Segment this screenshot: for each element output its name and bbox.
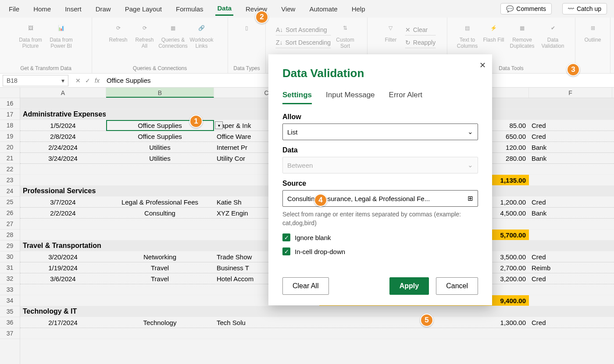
cancel-formula-icon[interactable]: ✕ <box>75 77 81 84</box>
remove-duplicates-button[interactable]: ▦Remove Duplicates <box>508 20 536 49</box>
cell[interactable]: 1,300.00 <box>424 317 529 328</box>
tab-home[interactable]: Home <box>32 3 53 15</box>
workbook-links-button[interactable]: 🔗Workbook Links <box>190 20 214 49</box>
cell[interactable]: Utilities <box>106 153 214 163</box>
data-from-powerbi-button[interactable]: 📊Data from Power BI <box>47 20 75 49</box>
cell[interactable]: 2/2/2024 <box>20 208 106 218</box>
row-header[interactable]: 27 <box>0 219 20 230</box>
section-header[interactable]: Travel & Transportation <box>20 240 106 251</box>
section-header[interactable]: Administrative Expenses <box>20 109 106 120</box>
cell[interactable]: Legal & Professional Fees <box>106 197 214 207</box>
row-header[interactable]: 16 <box>0 98 20 109</box>
tab-insert[interactable]: Insert <box>63 3 83 15</box>
flash-fill-button[interactable]: ⚡Flash Fill <box>482 20 506 43</box>
clear-filter-button[interactable]: ✕Clear <box>405 25 436 35</box>
row-header[interactable]: 34 <box>0 295 20 306</box>
cell[interactable]: Cred <box>529 131 612 141</box>
clear-all-button[interactable]: Clear All <box>282 277 329 295</box>
fx-icon[interactable]: fx <box>95 77 100 84</box>
cell[interactable]: Networking <box>106 251 214 262</box>
cell[interactable]: Reimb <box>529 262 612 273</box>
section-header[interactable]: Professional Services <box>20 186 106 196</box>
tab-view[interactable]: View <box>279 3 297 15</box>
cell[interactable]: Utilities <box>106 142 214 152</box>
apply-button[interactable]: Apply <box>389 277 429 295</box>
row-header[interactable]: 30 <box>0 251 20 262</box>
allow-select[interactable]: List⌄ <box>282 124 478 140</box>
col-header-f[interactable]: F <box>529 88 612 98</box>
filter-button[interactable]: ▽Filter <box>379 20 403 43</box>
sort-asc-button[interactable]: A↓Sort Ascending <box>276 25 331 35</box>
source-input[interactable]: Consulting, Insurance, Legal & Professio… <box>282 190 478 207</box>
cell[interactable]: Bank <box>529 142 612 152</box>
cell[interactable]: 2/8/2024 <box>20 131 106 141</box>
data-from-picture-button[interactable]: 🖼Data from Picture <box>17 20 45 49</box>
tab-draw[interactable]: Draw <box>94 3 113 15</box>
tab-automate[interactable]: Automate <box>307 3 339 15</box>
cell[interactable]: 2/24/2024 <box>20 142 106 152</box>
tab-page-layout[interactable]: Page Layout <box>123 3 164 15</box>
cell[interactable]: 1/19/2024 <box>20 262 106 273</box>
row-header[interactable]: 26 <box>0 208 20 219</box>
cell-dropdown-button[interactable]: ▾ <box>215 121 223 129</box>
row-header[interactable]: 29 <box>0 240 20 251</box>
cell[interactable]: Bank <box>529 153 612 163</box>
data-types-button[interactable]: ▯ <box>235 20 259 36</box>
custom-sort-button[interactable]: ⇅Custom Sort <box>333 20 357 49</box>
outline-button[interactable]: ⊞Outline <box>581 20 605 43</box>
refresh-all-button[interactable]: ⟳Refresh All <box>133 20 157 49</box>
row-header[interactable]: 31 <box>0 262 20 273</box>
cell[interactable]: 1/5/2024 <box>20 120 106 131</box>
row-header[interactable]: 24 <box>0 186 20 197</box>
cell[interactable]: Cred <box>529 197 612 207</box>
cell[interactable]: Cred <box>529 251 612 262</box>
cell[interactable]: Bank <box>529 208 612 218</box>
comments-button[interactable]: 💬Comments <box>500 3 552 14</box>
dialog-tab-input-message[interactable]: Input Message <box>326 91 375 104</box>
row-header[interactable]: 25 <box>0 197 20 208</box>
accept-formula-icon[interactable]: ✓ <box>85 77 90 84</box>
row-header[interactable]: 17 <box>0 109 20 120</box>
incell-dropdown-checkbox[interactable]: ✓In-cell drop-down <box>282 247 478 255</box>
col-header-b[interactable]: B <box>106 88 214 98</box>
cell[interactable]: Travel <box>106 273 214 284</box>
ignore-blank-checkbox[interactable]: ✓Ignore blank <box>282 233 478 241</box>
cell[interactable]: 3/24/2024 <box>20 153 106 163</box>
cell[interactable]: 2/17/2024 <box>20 317 106 328</box>
data-validation-button[interactable]: ✔Data Validation <box>539 20 567 49</box>
cell[interactable]: Cred <box>529 317 612 328</box>
cell[interactable]: Tech Solu <box>214 317 319 328</box>
queries-connections-button[interactable]: ▦Queries & Connections <box>159 20 187 49</box>
row-header[interactable]: 35 <box>0 306 20 317</box>
cell[interactable]: Travel <box>106 262 214 273</box>
row-header[interactable]: 19 <box>0 131 20 142</box>
cell[interactable]: Technology <box>106 317 214 328</box>
dialog-tab-settings[interactable]: Settings <box>282 91 312 104</box>
reapply-button[interactable]: ↻Reapply <box>405 37 436 48</box>
col-header-a[interactable]: A <box>20 88 106 98</box>
cancel-button[interactable]: Cancel <box>436 277 478 295</box>
refresh-button[interactable]: ⟳Refresh <box>107 20 130 43</box>
row-header[interactable]: 32 <box>0 273 20 284</box>
range-picker-icon[interactable]: ⊞ <box>468 194 473 202</box>
row-header[interactable]: 28 <box>0 230 20 240</box>
cell[interactable]: 3/7/2024 <box>20 197 106 207</box>
cell[interactable]: Cred <box>529 120 612 131</box>
text-to-columns-button[interactable]: ▤Text to Columns <box>456 20 479 49</box>
cell[interactable]: 3/6/2024 <box>20 273 106 284</box>
tab-data[interactable]: Data <box>215 2 233 16</box>
catch-up-button[interactable]: 〰Catch up <box>562 3 607 14</box>
row-header[interactable]: 20 <box>0 142 20 153</box>
row-header[interactable]: 33 <box>0 284 20 295</box>
tab-formulas[interactable]: Formulas <box>174 3 205 15</box>
row-header[interactable]: 37 <box>0 328 20 339</box>
row-header[interactable]: 21 <box>0 153 20 164</box>
row-header[interactable]: 18 <box>0 120 20 131</box>
close-button[interactable]: ✕ <box>479 60 486 70</box>
tab-help[interactable]: Help <box>350 3 367 15</box>
tab-file[interactable]: File <box>7 3 21 15</box>
row-header[interactable]: 36 <box>0 317 20 328</box>
row-header[interactable]: 23 <box>0 175 20 186</box>
cell[interactable]: 3/20/2024 <box>20 251 106 262</box>
section-header[interactable]: Technology & IT <box>20 306 106 317</box>
